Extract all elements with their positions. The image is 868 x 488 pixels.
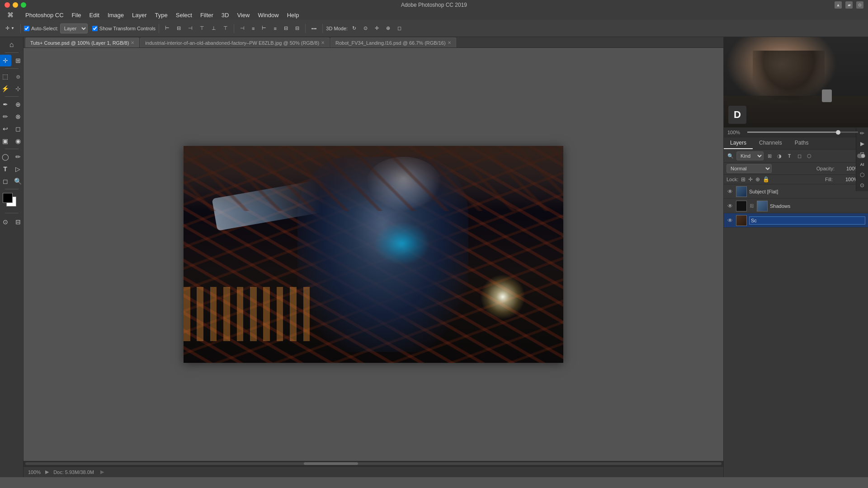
healing-btn[interactable]: ⊕ <box>12 99 24 110</box>
quick-mask-btn[interactable]: ⊙ <box>0 216 11 228</box>
screen-mode-btn[interactable]: ⊟ <box>12 216 24 228</box>
distribute-top-button[interactable]: ≡ <box>271 23 279 34</box>
canvas-image[interactable] <box>184 146 563 363</box>
distribute-left-button[interactable]: ⊣ <box>237 23 247 34</box>
filter-shape-icon[interactable]: ◻ <box>795 152 803 160</box>
artboard-tool-btn[interactable]: ⊞ <box>12 55 24 66</box>
align-right-button[interactable]: ⊣ <box>185 23 195 34</box>
tab-layers[interactable]: Layers <box>724 137 753 149</box>
type-btn[interactable]: T <box>0 163 11 175</box>
menu-help[interactable]: Help <box>283 11 303 19</box>
menu-type[interactable]: Type <box>151 11 171 19</box>
clone-stamp-btn[interactable]: ⊗ <box>12 111 24 122</box>
lock-all-icon[interactable]: 🔒 <box>763 176 769 183</box>
lock-checkerboard-icon[interactable]: ⊞ <box>741 176 745 183</box>
zoom-slider[interactable] <box>747 131 858 133</box>
crop-tool-btn[interactable]: ⊹ <box>12 83 24 94</box>
ai-icon[interactable]: AI <box>857 160 867 169</box>
align-center-v-button[interactable]: ⊥ <box>209 23 219 34</box>
blur-btn[interactable]: ◉ <box>12 135 24 147</box>
quick-select-btn[interactable]: ⚡ <box>0 83 11 94</box>
3d-rotate-button[interactable]: ↻ <box>349 23 359 34</box>
align-top-button[interactable]: ⊤ <box>197 23 207 34</box>
distribute-v-button[interactable]: ⊟ <box>281 23 291 34</box>
move-tool-btn[interactable]: ✛ <box>0 55 11 66</box>
tab-robot[interactable]: Robot_FV34_Landing.l16.psd @ 66.7% (RGB/… <box>330 38 456 47</box>
apple-menu[interactable]: ⌘ <box>4 10 17 19</box>
filter-pixel-icon[interactable]: ⊞ <box>765 152 774 160</box>
dodge-btn[interactable]: ◯ <box>0 151 11 163</box>
filter-toggle[interactable] <box>857 154 865 158</box>
minimize-button[interactable] <box>13 2 18 8</box>
3d-orbit-button[interactable]: ⊙ <box>361 23 370 34</box>
layer-visibility-sc[interactable]: 👁 <box>726 217 734 224</box>
gradient-btn[interactable]: ▣ <box>0 135 11 147</box>
layer-item-shadows[interactable]: 👁 ⛓ Shadows <box>724 199 868 213</box>
menu-photoshop[interactable]: Photoshop CC <box>22 11 67 19</box>
pen-btn[interactable]: ✏ <box>12 151 24 163</box>
tab-industrial-close[interactable]: ✕ <box>321 40 325 45</box>
distribute-right-button[interactable]: ⊢ <box>259 23 269 34</box>
path-selection-btn[interactable]: ▷ <box>12 163 24 175</box>
tab-industrial[interactable]: industrial-interior-of-an-old-abandoned-… <box>140 38 330 47</box>
home-button[interactable]: ⌂ <box>6 39 18 51</box>
tab-channels[interactable]: Channels <box>753 137 788 149</box>
3d-scale-button[interactable]: ◻ <box>395 23 404 34</box>
play-icon[interactable]: ▶ <box>857 139 867 149</box>
auto-select-checkbox[interactable] <box>24 26 29 31</box>
filter-adj-icon[interactable]: ◑ <box>775 152 783 160</box>
menu-image[interactable]: Image <box>104 11 127 19</box>
3d-pan-button[interactable]: ✛ <box>372 23 382 34</box>
eraser-btn[interactable]: ◻ <box>12 123 24 135</box>
menu-edit[interactable]: Edit <box>86 11 103 19</box>
maximize-button[interactable] <box>21 2 26 8</box>
history-brush-btn[interactable]: ↩ <box>0 123 11 135</box>
blend-mode-select[interactable]: Normal Dissolve Multiply Screen Overlay <box>726 164 772 173</box>
adjust-icon[interactable]: ⊙ <box>857 180 867 190</box>
brush-btn[interactable]: ✏ <box>0 111 11 122</box>
move-tool-button[interactable]: ✛ ▼ <box>3 23 17 34</box>
distribute-h-button[interactable]: ≡ <box>249 23 257 34</box>
layer-item-subject[interactable]: 👁 Subject [Flat] <box>724 184 868 199</box>
lasso-tool-btn[interactable]: ⌾ <box>12 70 24 82</box>
filter-type-icon[interactable]: T <box>785 152 793 160</box>
lock-artboard-icon[interactable]: ⊕ <box>755 176 760 183</box>
3d-dolly-button[interactable]: ⊕ <box>383 23 393 34</box>
show-transform-checkbox[interactable] <box>92 26 98 31</box>
align-bottom-button[interactable]: ⊤ <box>221 23 231 34</box>
auto-select-dropdown[interactable]: Layer Group <box>60 23 88 33</box>
brush-settings-icon[interactable]: ✏ <box>857 128 867 138</box>
zoom-slider-thumb[interactable] <box>836 130 840 135</box>
layer-visibility-subject[interactable]: 👁 <box>726 188 734 195</box>
filter-type-select[interactable]: Kind Name Effect Mode <box>736 151 764 160</box>
menu-select[interactable]: Select <box>172 11 196 19</box>
distribute-bottom-button[interactable]: ⊟ <box>292 23 302 34</box>
zoom-btn[interactable]: 🔍 <box>12 175 24 187</box>
menu-3d[interactable]: 3D <box>218 11 233 19</box>
menu-filter[interactable]: Filter <box>197 11 217 19</box>
window-controls[interactable] <box>5 2 26 8</box>
lock-position-icon[interactable]: ✛ <box>748 176 753 183</box>
eyedropper-btn[interactable]: ✒ <box>0 99 11 110</box>
filter-smart-icon[interactable]: ⬡ <box>805 152 813 160</box>
menu-layer[interactable]: Layer <box>128 11 151 19</box>
auto-select-checkbox-label[interactable]: Auto-Select: <box>24 26 58 31</box>
align-center-h-button[interactable]: ⊟ <box>174 23 184 34</box>
tab-tuts-course[interactable]: Tuts+ Course.psd @ 100% (Layer 1, RGB/8)… <box>25 38 139 47</box>
rect-marquee-btn[interactable]: ⬚ <box>0 70 11 82</box>
menu-file[interactable]: File <box>68 11 85 19</box>
3d-view-icon[interactable]: ⬡ <box>857 170 867 180</box>
layer-item-sc[interactable]: 👁 Sc <box>724 213 868 228</box>
tab-robot-close[interactable]: ✕ <box>448 40 451 45</box>
layer-name-input-sc[interactable]: Sc <box>749 216 865 225</box>
show-transform-label[interactable]: Show Transform Controls <box>92 26 156 31</box>
menu-view[interactable]: View <box>233 11 253 19</box>
shape-btn[interactable]: ◻ <box>0 175 11 187</box>
more-options-button[interactable]: ••• <box>309 23 320 34</box>
foreground-color-swatch[interactable] <box>3 193 13 203</box>
align-left-button[interactable]: ⊢ <box>162 23 172 34</box>
hscroll-thumb[interactable] <box>304 462 358 465</box>
tab-paths[interactable]: Paths <box>788 137 815 149</box>
hscroll-track[interactable] <box>25 462 722 465</box>
layer-visibility-shadows[interactable]: 👁 <box>726 202 734 210</box>
